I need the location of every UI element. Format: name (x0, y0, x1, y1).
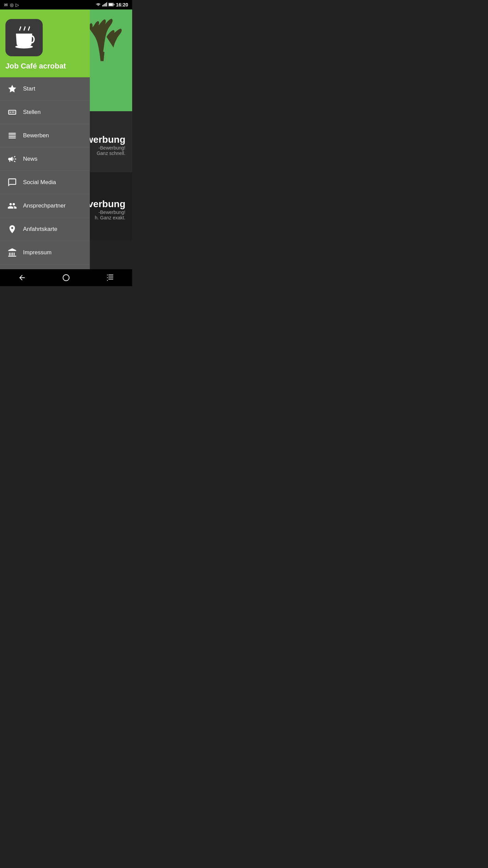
svg-rect-1 (103, 4, 104, 6)
status-icons-right: 16:20 (96, 2, 128, 7)
svg-rect-6 (114, 4, 115, 5)
gmail-icon: ✉ (4, 2, 8, 7)
megaphone-icon (7, 154, 18, 164)
menu-label-impressum: Impressum (23, 249, 52, 256)
svg-rect-0 (102, 5, 103, 6)
star-icon (7, 83, 18, 94)
menu-item-news[interactable]: News (0, 147, 90, 171)
notification-icon: ▷ (16, 2, 19, 7)
bg-bottom-title: verbung (88, 199, 125, 210)
status-time: 16:20 (116, 2, 128, 7)
svg-point-8 (15, 45, 33, 48)
menu-label-news: News (23, 156, 38, 162)
status-icons-left: ✉ ◎ ▷ (4, 2, 19, 7)
svg-rect-3 (105, 3, 106, 6)
menu-label-start: Start (23, 85, 35, 92)
menu-item-bewerben[interactable]: Bewerben (0, 124, 90, 147)
app-logo-container (5, 19, 43, 56)
status-bar: ✉ ◎ ▷ (0, 0, 132, 9)
coffee-cup-icon (11, 24, 38, 51)
navigation-drawer: Job Café acrobat Start Stellen (0, 9, 90, 269)
svg-rect-4 (106, 2, 107, 6)
menu-label-stellen: Stellen (23, 109, 41, 116)
bg-bottom-text: verbung -Bewerbung! h. Ganz exakt. (88, 199, 125, 220)
drawer-header: Job Café acrobat (0, 9, 90, 77)
svg-rect-7 (109, 3, 113, 6)
menu-item-stellen[interactable]: Stellen (0, 101, 90, 124)
home-button[interactable] (58, 271, 75, 284)
bg-bottom-subtitle2: h. Ganz exakt. (88, 215, 125, 220)
people-icon (7, 200, 18, 211)
map-pin-icon (7, 224, 18, 235)
menu-item-ansprechpartner[interactable]: Ansprechpartner (0, 194, 90, 218)
bank-icon (7, 247, 18, 258)
svg-rect-2 (104, 4, 105, 6)
menu-item-start[interactable]: Start (0, 77, 90, 101)
menu-item-impressum[interactable]: Impressum (0, 241, 90, 264)
menu-label-anfahrtskarte: Anfahrtskarte (23, 226, 57, 233)
bottom-navigation (0, 269, 132, 286)
menu-label-ansprechpartner: Ansprechpartner (23, 202, 66, 209)
location-status-icon: ◎ (10, 2, 14, 7)
app-title: Job Café acrobat (5, 62, 84, 71)
lines-icon (7, 130, 18, 141)
ticket-icon (7, 107, 18, 118)
signal-icon (102, 2, 107, 7)
menu-label-bewerben: Bewerben (23, 132, 49, 139)
chat-icon (7, 177, 18, 188)
menu-item-social-media[interactable]: Social Media (0, 171, 90, 194)
wifi-icon (96, 2, 101, 7)
drawer-menu: Start Stellen Bewerben (0, 77, 90, 269)
menu-label-social-media: Social Media (23, 179, 56, 186)
recent-apps-button[interactable] (102, 271, 119, 284)
bg-bottom-subtitle1: -Bewerbung! (88, 210, 125, 215)
battery-icon (108, 2, 115, 7)
menu-item-anfahrtskarte[interactable]: Anfahrtskarte (0, 218, 90, 241)
back-button[interactable] (14, 271, 30, 284)
